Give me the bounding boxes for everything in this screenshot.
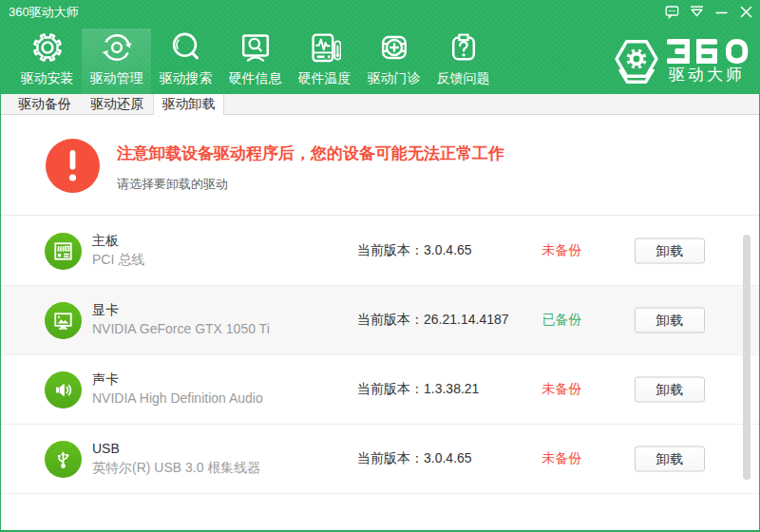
nav-item-driver-search[interactable]: 驱动搜索 [151, 28, 220, 94]
gear-icon [31, 31, 64, 64]
tab-bar: 驱动备份 驱动还原 驱动卸载 [1, 94, 759, 115]
window-title: 360驱动大师 [9, 4, 79, 21]
feedback-message-button[interactable] [659, 0, 684, 26]
nav-item-label: 反馈问题 [437, 70, 490, 87]
driver-version: 当前版本：3.0.4.65 [357, 450, 472, 467]
warning-subtitle: 请选择要卸载的驱动 [117, 176, 228, 193]
first-aid-icon [378, 31, 410, 64]
uninstall-button[interactable]: 卸载 [635, 238, 705, 264]
brand-logo: 驱动大师 [613, 38, 750, 84]
nav-item-feedback[interactable]: 反馈问题 [428, 28, 498, 94]
driver-name: 主板 [92, 233, 119, 250]
driver-name: 显卡 [92, 302, 119, 319]
minimize-icon [715, 6, 728, 18]
uninstall-button[interactable]: 卸载 [635, 308, 705, 333]
window-controls [659, 0, 760, 26]
backup-status: 未备份 [531, 381, 593, 398]
nav-item-driver-clinic[interactable]: 驱动门诊 [359, 28, 428, 94]
uninstall-button[interactable]: 卸载 [635, 446, 705, 472]
temperature-icon [309, 31, 341, 64]
display-icon [45, 302, 82, 339]
tab-driver-uninstall[interactable]: 驱动卸载 [153, 94, 224, 115]
app-header: 360驱动大师 驱动安装 驱动管理 驱动搜索 [0, 0, 760, 94]
tab-driver-restore[interactable]: 驱动还原 [81, 94, 153, 114]
backup-status: 已备份 [531, 312, 593, 329]
search-icon [170, 31, 202, 64]
driver-list: 主板 PCI 总线 当前版本：3.0.4.65 未备份 卸载 显卡 NVIDIA… [1, 217, 759, 494]
nav-item-hardware-info[interactable]: 硬件信息 [220, 28, 290, 94]
close-icon [740, 6, 752, 18]
driver-version: 当前版本：26.21.14.4187 [357, 312, 509, 329]
nav-item-label: 驱动搜索 [160, 70, 213, 87]
monitor-search-icon [239, 31, 272, 64]
nav-item-label: 驱动门诊 [368, 70, 421, 87]
driver-name: 声卡 [92, 371, 119, 389]
driver-row: 显卡 NVIDIA GeForce GTX 1050 Ti 当前版本：26.21… [1, 286, 759, 355]
skin-button[interactable] [684, 0, 709, 26]
usb-icon [45, 441, 82, 478]
driver-device: 英特尔(R) USB 3.0 根集线器 [92, 460, 260, 477]
driver-row: USB 英特尔(R) USB 3.0 根集线器 当前版本：3.0.4.65 未备… [1, 425, 759, 494]
motherboard-icon [45, 233, 82, 270]
warning-banner: 注意卸载设备驱动程序后，您的设备可能无法正常工作 请选择要卸载的驱动 [1, 115, 759, 216]
titlebar: 360驱动大师 [0, 0, 760, 28]
nav-item-driver-install[interactable]: 驱动安装 [12, 28, 82, 94]
uninstall-button[interactable]: 卸载 [635, 377, 705, 403]
logo-product-name: 驱动大师 [669, 64, 745, 86]
warning-icon [46, 139, 100, 193]
sync-icon [101, 31, 133, 64]
main-nav: 驱动安装 驱动管理 驱动搜索 硬件信息 硬件温度 [0, 28, 498, 94]
nav-item-label: 驱动安装 [21, 70, 74, 87]
message-icon [665, 5, 679, 19]
driver-version: 当前版本：3.0.4.65 [357, 242, 472, 259]
driver-version: 当前版本：1.3.38.21 [357, 381, 479, 398]
app-window: 360驱动大师 驱动安装 驱动管理 驱动搜索 [0, 0, 760, 532]
warning-title: 注意卸载设备驱动程序后，您的设备可能无法正常工作 [117, 142, 504, 164]
driver-device: PCI 总线 [92, 252, 144, 269]
nav-item-driver-manage[interactable]: 驱动管理 [82, 28, 151, 94]
driver-device: NVIDIA High Definition Audio [92, 390, 263, 406]
nav-item-label: 硬件信息 [229, 70, 282, 87]
nav-item-label: 硬件温度 [298, 70, 352, 87]
nav-item-hardware-temp[interactable]: 硬件温度 [290, 28, 359, 94]
driver-row: 声卡 NVIDIA High Definition Audio 当前版本：1.3… [1, 355, 759, 425]
clipboard-question-icon [447, 31, 480, 64]
scrollbar-thumb[interactable] [743, 235, 750, 480]
driver-row: 主板 PCI 总线 当前版本：3.0.4.65 未备份 卸载 [1, 217, 759, 286]
skin-icon [690, 6, 704, 18]
minimize-button[interactable] [709, 0, 733, 26]
nav-item-label: 驱动管理 [90, 70, 143, 87]
backup-status: 未备份 [531, 450, 593, 467]
close-button[interactable] [733, 0, 758, 26]
driver-name: USB [92, 441, 120, 456]
tab-driver-backup[interactable]: 驱动备份 [9, 94, 81, 114]
backup-status: 未备份 [531, 242, 593, 259]
driver-device: NVIDIA GeForce GTX 1050 Ti [92, 321, 270, 336]
speaker-icon [45, 371, 82, 408]
logo-hexagon-gear-icon [613, 39, 662, 90]
